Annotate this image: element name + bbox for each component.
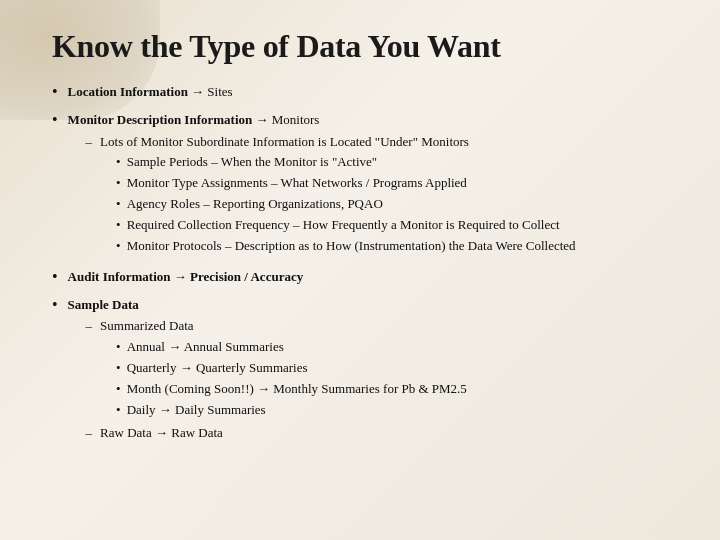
- bullet-dot: •: [52, 82, 58, 103]
- daily-item: • Daily → Daily Summaries: [116, 401, 467, 420]
- bullet-dot-4: •: [52, 295, 58, 316]
- slide-container: Know the Type of Data You Want • Locatio…: [0, 0, 720, 540]
- bullet-dot-3: •: [52, 267, 58, 288]
- bullet-audit-text: Audit Information → Precision / Accuracy: [68, 268, 668, 287]
- sub-sub-bullet-4: •: [116, 216, 121, 235]
- bullet-dot-2: •: [52, 110, 58, 131]
- location-after: Sites: [207, 84, 232, 99]
- sub-sub-bullet-5: •: [116, 237, 121, 256]
- bullet-monitor: • Monitor Description Information → Moni…: [52, 111, 668, 260]
- sub-sub-monitor-type: • Monitor Type Assignments – What Networ…: [116, 174, 575, 193]
- sample-sub-list: – Summarized Data • Annual → Annual Summ…: [86, 317, 668, 442]
- sub-sub-text-5: Monitor Protocols – Description as to Ho…: [127, 237, 576, 256]
- sub-sub-agency-roles: • Agency Roles – Reporting Organizations…: [116, 195, 575, 214]
- sub-dash: –: [86, 133, 93, 152]
- sub-sub-bullet: •: [116, 153, 121, 172]
- sub-sub-bullet-3: •: [116, 195, 121, 214]
- daily-text: Daily → Daily Summaries: [127, 401, 266, 420]
- monitor-after: Monitors: [272, 112, 320, 127]
- summarized-sub-sub-list: • Annual → Annual Summaries • Quarterly …: [116, 338, 467, 419]
- sub-sub-text-4: Required Collection Frequency – How Freq…: [127, 216, 560, 235]
- bullet-monitor-text: Monitor Description Information → Monito…: [68, 111, 668, 260]
- rawdata-dash: –: [86, 424, 93, 443]
- bullet-sample-text: Sample Data – Summarized Data • Annual →…: [68, 296, 668, 445]
- daily-bullet: •: [116, 401, 121, 420]
- summarized-sub-content: Summarized Data • Annual → Annual Summar…: [100, 317, 467, 421]
- sub-sub-req-collection: • Required Collection Frequency – How Fr…: [116, 216, 575, 235]
- bullet-audit: • Audit Information → Precision / Accura…: [52, 268, 668, 288]
- monitor-sub-list: – Lots of Monitor Subordinate Informatio…: [86, 133, 668, 258]
- monitor-sub-item: – Lots of Monitor Subordinate Informatio…: [86, 133, 668, 258]
- monitor-arrow: →: [256, 112, 272, 127]
- audit-arrow: →: [174, 269, 190, 284]
- summarized-dash: –: [86, 317, 93, 336]
- slide-title: Know the Type of Data You Want: [52, 28, 668, 65]
- bullet-location-text: Location Information → Sites: [68, 83, 668, 102]
- audit-bold: Audit Information: [68, 269, 171, 284]
- quarterly-item: • Quarterly → Quarterly Summaries: [116, 359, 467, 378]
- quarterly-text: Quarterly → Quarterly Summaries: [127, 359, 308, 378]
- bullet-sample: • Sample Data – Summarized Data • Annual…: [52, 296, 668, 445]
- sub-sub-text-2: Monitor Type Assignments – What Networks…: [127, 174, 467, 193]
- annual-bullet: •: [116, 338, 121, 357]
- sub-sub-text-1: Sample Periods – When the Monitor is "Ac…: [127, 153, 377, 172]
- monitor-sub-text: Lots of Monitor Subordinate Information …: [100, 133, 575, 258]
- slide-content: • Location Information → Sites • Monitor…: [52, 83, 668, 444]
- quarterly-bullet: •: [116, 359, 121, 378]
- location-bold: Location Information: [68, 84, 188, 99]
- rawdata-sub-text: Raw Data → Raw Data: [100, 424, 223, 443]
- monitor-sub-sub-list: • Sample Periods – When the Monitor is "…: [116, 153, 575, 255]
- monthly-text: Month (Coming Soon!!) → Monthly Summarie…: [127, 380, 467, 399]
- annual-item: • Annual → Annual Summaries: [116, 338, 467, 357]
- rawdata-sub-item: – Raw Data → Raw Data: [86, 424, 668, 443]
- sample-bold: Sample Data: [68, 297, 139, 312]
- monthly-item: • Month (Coming Soon!!) → Monthly Summar…: [116, 380, 467, 399]
- sub-sub-protocols: • Monitor Protocols – Description as to …: [116, 237, 575, 256]
- audit-after: Precision / Accuracy: [190, 269, 303, 284]
- sub-sub-sample-periods: • Sample Periods – When the Monitor is "…: [116, 153, 575, 172]
- location-arrow: →: [191, 84, 207, 99]
- bullet-location: • Location Information → Sites: [52, 83, 668, 103]
- summarized-sub-item: – Summarized Data • Annual → Annual Summ…: [86, 317, 668, 421]
- sub-sub-bullet-2: •: [116, 174, 121, 193]
- sub-sub-text-3: Agency Roles – Reporting Organizations, …: [127, 195, 383, 214]
- annual-text: Annual → Annual Summaries: [127, 338, 284, 357]
- monthly-bullet: •: [116, 380, 121, 399]
- monitor-bold: Monitor Description Information: [68, 112, 253, 127]
